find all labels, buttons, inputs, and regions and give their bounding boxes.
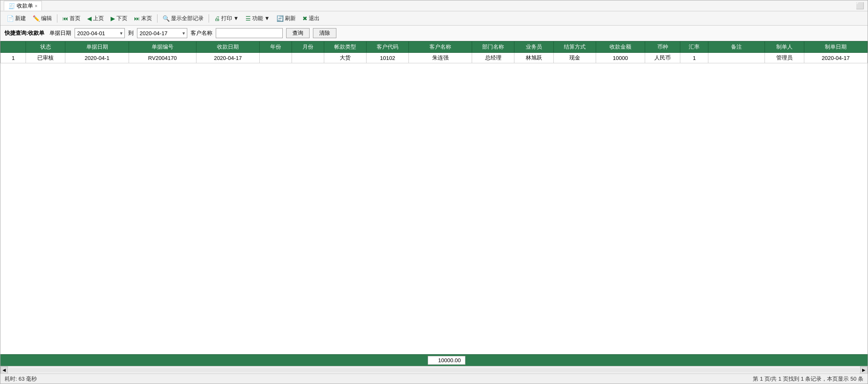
col-header-make-date: 制单日期 bbox=[804, 42, 867, 53]
search-bar: 快捷查询:收款单 单据日期 2020-04-01 ▼ 到 2020-04-17 … bbox=[0, 26, 868, 41]
col-header-settle: 结算方式 bbox=[553, 42, 596, 53]
new-button[interactable]: 📄 新建 bbox=[4, 13, 29, 23]
hscroll-track[interactable] bbox=[9, 368, 859, 372]
cell-row0-col9: 朱连强 bbox=[408, 53, 472, 63]
cell-row0-col7: 大货 bbox=[324, 53, 367, 63]
prev-page-button[interactable]: ◀ 上页 bbox=[84, 13, 107, 23]
print-dropdown-icon: ▼ bbox=[233, 15, 239, 21]
cell-row0-col1: 已审核 bbox=[26, 53, 65, 63]
refresh-button[interactable]: 🔄 刷新 bbox=[274, 13, 299, 23]
cell-row0-col13: 10000 bbox=[596, 53, 645, 63]
cell-row0-col15: 1 bbox=[680, 53, 708, 63]
status-bar: 耗时: 63 毫秒 第 1 页/共 1 页找到 1 条记录，本页显示 50 条 bbox=[0, 374, 868, 384]
customer-input[interactable] bbox=[216, 28, 283, 38]
date-to-select[interactable]: 2020-04-17 bbox=[137, 28, 187, 38]
col-header-seq bbox=[1, 42, 26, 53]
sep3 bbox=[209, 14, 209, 23]
cell-row0-col17: 管理员 bbox=[765, 53, 804, 63]
cell-row0-col8: 10102 bbox=[367, 53, 409, 63]
date-from-select[interactable]: 2020-04-01 bbox=[75, 28, 125, 38]
col-header-status: 状态 bbox=[26, 42, 65, 53]
date-label: 单据日期 bbox=[49, 29, 71, 37]
table-body: 1已审核2020-04-1RV20041702020-04-17大货10102朱… bbox=[1, 53, 868, 63]
print-icon: 🖨 bbox=[214, 15, 220, 22]
show-all-button[interactable]: 🔍 显示全部记录 bbox=[160, 13, 207, 23]
hscroll-bar: ◀ ▶ bbox=[0, 366, 868, 374]
col-header-maker: 制单人 bbox=[765, 42, 804, 53]
col-header-recv-date: 收款日期 bbox=[196, 42, 259, 53]
cell-row0-col16 bbox=[708, 53, 765, 63]
cell-row0-col2: 2020-04-1 bbox=[65, 53, 129, 63]
col-header-month: 月份 bbox=[292, 42, 324, 53]
show-all-icon: 🔍 bbox=[163, 15, 170, 22]
print-button[interactable]: 🖨 打印 ▼ bbox=[211, 13, 242, 23]
col-header-date: 单据日期 bbox=[65, 42, 129, 53]
data-table-area: 状态 单据日期 单据编号 收款日期 年份 月份 帐款类型 客户代码 客户名称 部… bbox=[0, 41, 868, 354]
table-row[interactable]: 1已审核2020-04-1RV20041702020-04-17大货10102朱… bbox=[1, 53, 868, 63]
total-amount-display: 10000.00 bbox=[428, 356, 465, 365]
data-table: 状态 单据日期 单据编号 收款日期 年份 月份 帐款类型 客户代码 客户名称 部… bbox=[0, 41, 868, 63]
col-header-remark: 备注 bbox=[708, 42, 765, 53]
cell-row0-col5 bbox=[259, 53, 292, 63]
col-header-code: 客户代码 bbox=[367, 42, 409, 53]
cell-row0-col0: 1 bbox=[1, 53, 26, 63]
date-from-wrapper: 2020-04-01 ▼ bbox=[75, 28, 125, 38]
cell-row0-col12: 现金 bbox=[553, 53, 596, 63]
next-page-button[interactable]: ▶ 下页 bbox=[108, 13, 130, 23]
first-icon: ⏮ bbox=[62, 15, 68, 22]
cell-row0-col14: 人民币 bbox=[645, 53, 680, 63]
sep1 bbox=[57, 14, 57, 23]
sep2 bbox=[157, 14, 158, 23]
time-label: 耗时: 63 毫秒 bbox=[5, 375, 37, 383]
exit-button[interactable]: ✖ 退出 bbox=[300, 13, 323, 23]
cell-row0-col18: 2020-04-17 bbox=[804, 53, 867, 63]
cell-row0-col6 bbox=[292, 53, 324, 63]
maximize-btn[interactable]: ⬜ bbox=[856, 2, 864, 10]
first-page-button[interactable]: ⏮ 首页 bbox=[59, 13, 83, 23]
query-button[interactable]: 查询 bbox=[286, 28, 310, 38]
date-to-label: 到 bbox=[128, 29, 134, 37]
col-header-dept: 部门名称 bbox=[472, 42, 514, 53]
col-header-acct: 帐款类型 bbox=[324, 42, 367, 53]
col-header-rate: 汇率 bbox=[680, 42, 708, 53]
page-info: 第 1 页/共 1 页找到 1 条记录，本页显示 50 条 bbox=[753, 375, 863, 383]
table-header-row: 状态 单据日期 单据编号 收款日期 年份 月份 帐款类型 客户代码 客户名称 部… bbox=[1, 42, 868, 53]
customer-label: 客户名称 bbox=[191, 29, 212, 37]
tab-strip: 🧾 收款单 × bbox=[4, 1, 42, 10]
cell-row0-col4: 2020-04-17 bbox=[196, 53, 259, 63]
date-to-wrapper: 2020-04-17 ▼ bbox=[137, 28, 187, 38]
tab-close-btn[interactable]: × bbox=[35, 3, 37, 8]
clear-button[interactable]: 清除 bbox=[313, 28, 336, 38]
col-header-staff: 业务员 bbox=[514, 42, 553, 53]
hscroll-left-btn[interactable]: ◀ bbox=[0, 366, 8, 374]
exit-icon: ✖ bbox=[302, 15, 307, 22]
main-window: 🧾 收款单 × ⬜ 📄 新建 ✏️ 编辑 ⏮ 首页 ◀ 上页 ▶ 下页 bbox=[0, 0, 868, 384]
last-page-button[interactable]: ⏭ 末页 bbox=[131, 13, 155, 23]
new-icon: 📄 bbox=[7, 15, 14, 22]
tab-label: 收款单 bbox=[17, 2, 33, 10]
tab-icon: 🧾 bbox=[8, 3, 15, 9]
cell-row0-col3: RV2004170 bbox=[129, 53, 196, 63]
col-header-currency: 币种 bbox=[645, 42, 680, 53]
col-header-year: 年份 bbox=[259, 42, 292, 53]
refresh-icon: 🔄 bbox=[276, 15, 284, 22]
hscroll-right-btn[interactable]: ▶ bbox=[860, 366, 868, 374]
col-header-name: 客户名称 bbox=[408, 42, 472, 53]
edit-icon: ✏️ bbox=[33, 15, 40, 22]
function-icon: ☰ bbox=[245, 15, 251, 22]
summary-bar: 10000.00 bbox=[0, 354, 868, 366]
next-icon: ▶ bbox=[111, 15, 115, 22]
col-header-amount: 收款金额 bbox=[596, 42, 645, 53]
tab-receipts[interactable]: 🧾 收款单 × bbox=[4, 1, 42, 10]
last-icon: ⏭ bbox=[134, 15, 140, 22]
cell-row0-col10: 总经理 bbox=[472, 53, 514, 63]
prev-icon: ◀ bbox=[87, 15, 92, 22]
toolbar: 📄 新建 ✏️ 编辑 ⏮ 首页 ◀ 上页 ▶ 下页 ⏭ 末页 🔍 显示全部记录 bbox=[0, 11, 868, 26]
search-bar-title: 快捷查询:收款单 bbox=[5, 29, 44, 37]
cell-row0-col11: 林旭跃 bbox=[514, 53, 553, 63]
col-header-num: 单据编号 bbox=[129, 42, 196, 53]
title-bar: 🧾 收款单 × ⬜ bbox=[0, 0, 868, 11]
function-dropdown-icon: ▼ bbox=[264, 15, 270, 21]
edit-button[interactable]: ✏️ 编辑 bbox=[30, 13, 55, 23]
function-button[interactable]: ☰ 功能 ▼ bbox=[243, 13, 273, 23]
